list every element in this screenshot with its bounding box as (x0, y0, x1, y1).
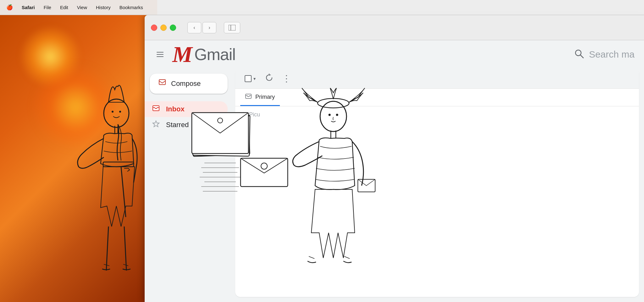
picu-star-icon (240, 112, 247, 118)
close-button[interactable] (151, 25, 157, 31)
file-menu[interactable]: File (44, 5, 51, 10)
compose-icon (158, 79, 166, 88)
star-icon (152, 120, 160, 130)
browser-toolbar: ‹ › (145, 15, 644, 40)
compose-button[interactable]: Compose (150, 74, 228, 94)
sidebar-inbox-label: Inbox (166, 105, 185, 113)
inbox-icon (152, 104, 160, 114)
search-icon[interactable] (574, 48, 584, 61)
gmail-m-logo: M (172, 43, 192, 66)
svg-rect-0 (229, 25, 236, 31)
mac-menubar: 🍎 Safari File Edit View History Bookmark… (0, 0, 644, 15)
tab-primary-label: Primary (255, 94, 275, 100)
glow-orb-2 (31, 63, 119, 151)
gmail-text-logo: Gmail (194, 45, 236, 64)
apple-menu[interactable]: 🍎 (6, 4, 13, 11)
minimize-button[interactable] (160, 25, 167, 31)
warm-background (0, 0, 157, 302)
view-menu[interactable]: View (77, 5, 87, 10)
back-button[interactable]: ‹ (187, 22, 201, 33)
sidebar-starred-label: Starred (166, 121, 189, 129)
tabs-bar: Primary (235, 89, 639, 106)
browser-window: ‹ › M Gmail (145, 15, 644, 302)
more-options-button[interactable]: ⋮ (282, 73, 291, 84)
picu-label: Picu (249, 111, 260, 118)
safari-menu[interactable]: Safari (22, 5, 35, 10)
forward-button[interactable]: › (203, 22, 216, 33)
svg-marker-8 (241, 112, 246, 117)
sidebar-toggle-button[interactable] (224, 22, 240, 33)
gmail-email-toolbar: ▾ ⋮ (235, 69, 639, 89)
sidebar-item-inbox[interactable]: Inbox (145, 101, 228, 117)
picu-row: Picu (240, 111, 634, 118)
compose-label: Compose (171, 80, 201, 88)
hamburger-menu-button[interactable] (154, 49, 166, 59)
select-checkbox-area: ▾ (245, 75, 256, 82)
svg-line-3 (580, 55, 583, 58)
history-menu[interactable]: History (96, 5, 111, 10)
select-all-checkbox[interactable] (245, 75, 252, 82)
edit-menu[interactable]: Edit (60, 5, 68, 10)
gmail-header: M Gmail Search ma (145, 40, 644, 69)
tab-inbox-icon (245, 93, 252, 101)
maximize-button[interactable] (170, 25, 176, 31)
search-placeholder[interactable]: Search ma (589, 49, 635, 60)
svg-marker-6 (153, 121, 159, 127)
gmail-sidebar: Compose Inbox (145, 69, 233, 302)
svg-rect-4 (159, 80, 165, 85)
gmail-body: Compose Inbox (145, 69, 644, 302)
search-area: Search ma (574, 48, 635, 61)
select-dropdown-arrow[interactable]: ▾ (253, 76, 256, 81)
tab-primary[interactable]: Primary (240, 89, 280, 106)
svg-rect-7 (246, 94, 251, 98)
sidebar-item-starred[interactable]: Starred (145, 117, 228, 133)
gmail-main-panel: ▾ ⋮ (235, 69, 639, 297)
refresh-button[interactable] (265, 74, 273, 84)
traffic-lights (151, 25, 176, 31)
nav-buttons: ‹ › (187, 22, 216, 33)
email-list-area: Picu (235, 106, 639, 123)
bookmarks-menu[interactable]: Bookmarks (119, 5, 143, 10)
gmail-content: M Gmail Search ma (145, 40, 644, 302)
gmail-logo: M Gmail (172, 43, 236, 66)
